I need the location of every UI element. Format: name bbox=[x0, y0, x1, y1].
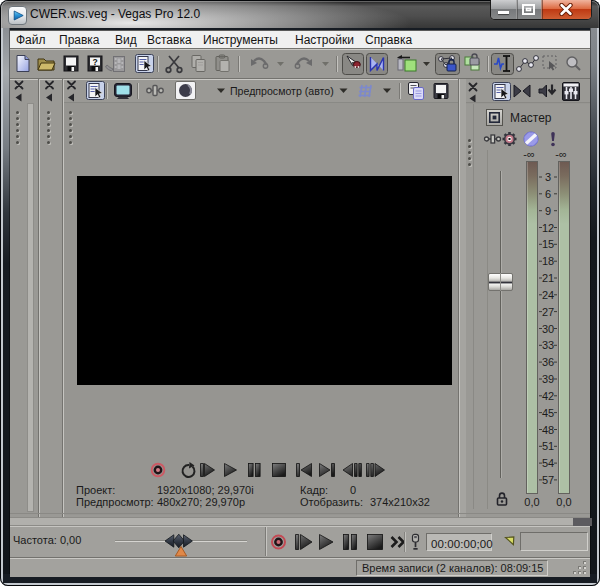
svg-text:57: 57 bbox=[542, 474, 554, 486]
svg-text:?: ? bbox=[92, 57, 97, 67]
svg-text:3: 3 bbox=[545, 171, 551, 183]
svg-text:27: 27 bbox=[542, 306, 554, 318]
svg-text:24: 24 bbox=[542, 289, 554, 301]
svg-text:48: 48 bbox=[542, 424, 554, 436]
svg-text:45: 45 bbox=[542, 407, 554, 419]
svg-text:42: 42 bbox=[542, 390, 554, 402]
svg-text:18: 18 bbox=[542, 255, 554, 267]
svg-text:15: 15 bbox=[542, 238, 554, 250]
svg-text:39: 39 bbox=[542, 373, 554, 385]
svg-text:51: 51 bbox=[542, 440, 554, 452]
svg-text:36: 36 bbox=[542, 356, 554, 368]
svg-text:33: 33 bbox=[542, 339, 554, 351]
svg-text:30: 30 bbox=[542, 323, 554, 335]
svg-text:9: 9 bbox=[545, 205, 551, 217]
svg-text:12: 12 bbox=[542, 222, 554, 234]
svg-text:6: 6 bbox=[545, 188, 551, 200]
svg-text:21: 21 bbox=[542, 272, 554, 284]
svg-text:54: 54 bbox=[542, 457, 554, 469]
svg-text:Предпросмотр (авто): Предпросмотр (авто) bbox=[230, 85, 334, 97]
